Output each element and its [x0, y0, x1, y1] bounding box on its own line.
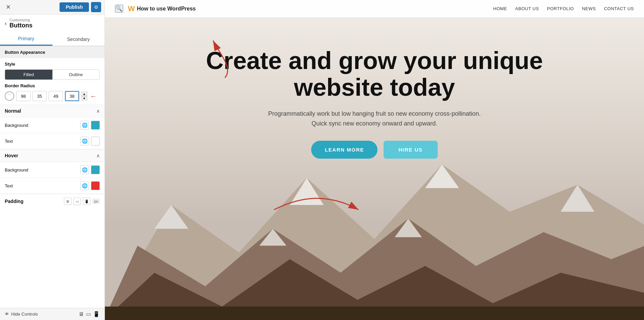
background-label: Background — [5, 123, 28, 128]
padding-controls: 🖥 ▭ 📱 px — [64, 198, 100, 205]
border-radius-label: Border Radius — [0, 83, 105, 88]
hover-background-globe-icon[interactable]: 🌐 — [80, 165, 89, 174]
padding-mobile-icon[interactable]: 📱 — [83, 198, 90, 205]
nav-logo: W How to use WordPress — [128, 4, 196, 13]
site-title: How to use WordPress — [137, 6, 196, 12]
radius-input-3[interactable] — [49, 91, 63, 101]
radius-spinner: ▲ ▼ — [81, 92, 87, 100]
hide-controls-label: Hide Controls — [11, 312, 38, 317]
hover-background-color-controls: 🌐 — [80, 165, 100, 174]
page-title: Buttons — [9, 22, 32, 29]
normal-section-header[interactable]: Normal ∧ — [0, 105, 105, 117]
text-color-swatch[interactable] — [91, 137, 100, 145]
style-toggle: Filled Outline — [5, 69, 100, 80]
eye-icon: 👁 — [5, 312, 9, 317]
radius-input-1[interactable] — [16, 91, 30, 101]
learn-more-button[interactable]: LEARN MORE — [311, 141, 377, 159]
back-button[interactable]: ‹ — [5, 20, 7, 27]
nav-about[interactable]: ABOUT US — [515, 6, 539, 11]
breadcrumb: Customizing Buttons — [9, 18, 32, 29]
hover-background-color-swatch[interactable] — [91, 165, 100, 174]
radius-input-4[interactable] — [65, 91, 79, 101]
sidebar-back: ‹ Customizing Buttons — [0, 15, 105, 31]
mountain-background — [105, 144, 644, 320]
nav-home[interactable]: HOME — [493, 6, 507, 11]
text-color-controls: 🌐 — [80, 137, 100, 145]
gear-button[interactable]: ⚙ — [91, 2, 101, 12]
normal-text-row: Text 🌐 — [0, 133, 105, 149]
hover-label: Hover — [5, 153, 18, 158]
nav-bar: 🔍 W How to use WordPress HOME ABOUT US P… — [105, 0, 644, 18]
sidebar-tabs: Primary Secondary — [0, 32, 105, 46]
hover-text-label: Text — [5, 183, 13, 188]
hover-chevron-up-icon: ∧ — [96, 153, 100, 158]
tablet-device-icon[interactable]: ▭ — [86, 311, 91, 317]
border-radius-icon[interactable]: ⌒ — [5, 91, 14, 101]
style-group: Style Filled Outline — [0, 58, 105, 83]
search-icon[interactable]: 🔍 — [115, 5, 123, 13]
desktop-device-icon[interactable]: 🖥 — [78, 311, 84, 317]
padding-tablet-icon[interactable]: ▭ — [73, 198, 81, 205]
sidebar-topbar: ✕ Publish ⚙ — [0, 0, 105, 15]
tab-secondary[interactable]: Secondary — [52, 32, 105, 46]
preview-area: 🔍 W How to use WordPress HOME ABOUT US P… — [105, 0, 644, 320]
nav-contact[interactable]: CONTACT US — [604, 6, 634, 11]
customizing-label: Customizing — [9, 18, 32, 22]
hero-buttons: LEARN MORE HIRE US — [311, 141, 437, 159]
normal-background-row: Background 🌐 — [0, 117, 105, 133]
device-icons: 🖥 ▭ 📱 — [78, 311, 100, 317]
spin-down-button[interactable]: ▼ — [81, 96, 87, 100]
padding-desktop-icon[interactable]: 🖥 — [64, 198, 71, 205]
spin-up-button[interactable]: ▲ — [81, 92, 87, 96]
close-button[interactable]: ✕ — [3, 2, 13, 12]
background-globe-icon[interactable]: 🌐 — [80, 121, 89, 130]
nav-links: HOME ABOUT US PORTFOLIO NEWS CONTACT US — [493, 6, 634, 11]
hover-background-row: Background 🌐 — [0, 162, 105, 178]
sidebar: ✕ Publish ⚙ ‹ Customizing Buttons Primar… — [0, 0, 105, 320]
hero-subtitle: Programmatically work but low hanging fr… — [266, 109, 483, 129]
red-arrow-pointer: ← — [90, 92, 97, 100]
sidebar-bottom: 👁 Hide Controls 🖥 ▭ 📱 — [0, 308, 105, 320]
px-badge: px — [92, 199, 100, 204]
text-label: Text — [5, 139, 13, 144]
hover-text-color-controls: 🌐 — [80, 181, 100, 190]
chevron-up-icon: ∧ — [96, 108, 100, 114]
background-color-controls: 🌐 — [80, 121, 100, 130]
style-outline-button[interactable]: Outline — [52, 70, 100, 79]
tab-primary[interactable]: Primary — [0, 32, 52, 46]
nav-news[interactable]: NEWS — [582, 6, 596, 11]
text-globe-icon[interactable]: 🌐 — [80, 137, 89, 145]
hover-background-label: Background — [5, 167, 28, 173]
hover-text-globe-icon[interactable]: 🌐 — [80, 181, 89, 190]
radius-input-2[interactable] — [32, 91, 47, 101]
hero-title: Create and grow your unique website toda… — [172, 47, 576, 101]
svg-rect-9 — [105, 306, 644, 320]
hover-section-header[interactable]: Hover ∧ — [0, 149, 105, 162]
hover-text-row: Text 🌐 — [0, 178, 105, 194]
sidebar-content: Button Appearance Style Filled Outline B… — [0, 46, 105, 308]
logo-icon: W — [128, 4, 135, 13]
padding-row: Padding 🖥 ▭ 📱 px — [0, 194, 105, 208]
border-radius-row: ⌒ ▲ ▼ ← — [0, 91, 105, 105]
hero-content: Create and grow your unique website toda… — [105, 27, 644, 159]
hire-us-button[interactable]: HIRE US — [384, 141, 437, 159]
background-color-swatch[interactable] — [91, 121, 100, 130]
section-button-appearance: Button Appearance — [0, 46, 105, 58]
nav-portfolio[interactable]: PORTFOLIO — [547, 6, 574, 11]
publish-button[interactable]: Publish — [60, 2, 89, 12]
padding-label: Padding — [5, 199, 23, 204]
hide-controls-button[interactable]: 👁 Hide Controls — [5, 312, 38, 317]
mobile-device-icon[interactable]: 📱 — [93, 311, 100, 317]
style-label: Style — [5, 62, 100, 67]
normal-label: Normal — [5, 108, 21, 114]
hover-text-color-swatch[interactable] — [91, 181, 100, 190]
style-filled-button[interactable]: Filled — [5, 70, 52, 79]
